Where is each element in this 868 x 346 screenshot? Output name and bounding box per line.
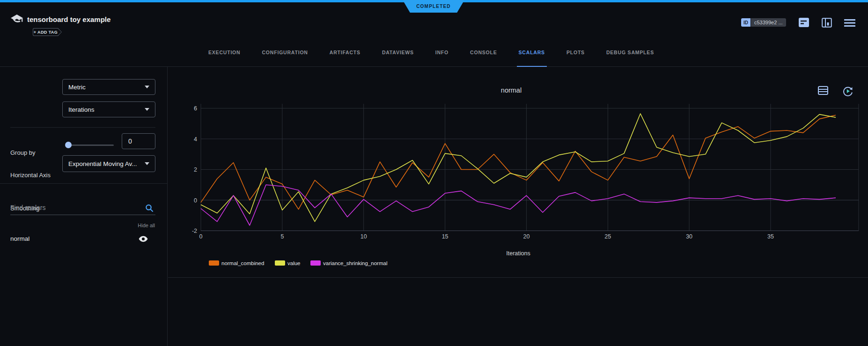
- search-icon[interactable]: [145, 204, 154, 212]
- details-panel-icon[interactable]: [822, 18, 832, 28]
- group-by-value: Metric: [68, 84, 141, 91]
- group-by-dropdown[interactable]: Metric: [62, 79, 155, 95]
- x-tick-label: 25: [604, 233, 611, 240]
- tab-bar-tabs: EXECUTIONCONFIGURATIONARTIFACTSDATAVIEWS…: [208, 37, 654, 67]
- group-by-label: Group by: [10, 149, 35, 156]
- app-logo-icon: [9, 12, 24, 27]
- x-tick-label: 10: [360, 233, 367, 240]
- tab-console[interactable]: CONSOLE: [470, 37, 497, 67]
- chart-title: normal: [501, 86, 522, 94]
- metric-row-normal[interactable]: normal: [0, 233, 168, 246]
- horizontal-axis-value: Iterations: [68, 106, 141, 113]
- page-title: tensorboard toy example: [27, 15, 110, 23]
- scalar-chart[interactable]: -2024605101520253035normalIterationsnorm…: [168, 67, 868, 278]
- legend-label: normal_combined: [221, 260, 264, 266]
- chart-panel: -2024605101520253035normalIterationsnorm…: [168, 67, 868, 278]
- series-line-normal_combined: [201, 115, 836, 209]
- y-tick-label: 2: [194, 166, 197, 173]
- status-badge: COMPLETED: [403, 0, 464, 13]
- tab-execution[interactable]: EXECUTION: [208, 37, 240, 67]
- y-tick-label: 0: [194, 197, 197, 204]
- id-label: ID: [741, 18, 750, 27]
- chevron-down-icon: [145, 162, 149, 165]
- legend-swatch: [310, 260, 321, 266]
- tab-scalars[interactable]: SCALARS: [519, 37, 545, 67]
- x-tick-label: 0: [199, 233, 203, 240]
- smoothing-slider-track[interactable]: [66, 144, 114, 146]
- tab-plots[interactable]: PLOTS: [566, 37, 585, 67]
- experiment-id-chip[interactable]: ID c53399e2 ...: [741, 18, 786, 27]
- tab-bar: EXECUTIONCONFIGURATIONARTIFACTSDATAVIEWS…: [0, 37, 868, 67]
- tab-info[interactable]: INFO: [435, 37, 449, 67]
- legend-swatch: [275, 260, 285, 266]
- legend-label: variance_shrinking_normal: [323, 260, 387, 266]
- horizontal-axis-dropdown[interactable]: Iterations: [62, 101, 155, 117]
- id-value: c53399e2 ...: [751, 18, 786, 27]
- legend-swatch: [209, 260, 219, 266]
- x-tick-label: 30: [686, 233, 692, 240]
- chevron-down-icon: [145, 86, 149, 88]
- comments-icon[interactable]: [798, 17, 809, 28]
- find-scalars-input[interactable]: [10, 201, 141, 214]
- smoothing-type-value: Exponential Moving Av...: [68, 160, 141, 167]
- smoothing-type-dropdown[interactable]: Exponential Moving Av...: [62, 155, 155, 172]
- x-tick-label: 5: [280, 233, 284, 240]
- metric-list: normal: [0, 233, 168, 246]
- legend-item-normal_combined[interactable]: normal_combined: [209, 260, 264, 266]
- menu-icon[interactable]: [844, 19, 855, 27]
- legend-item-value[interactable]: value: [275, 260, 301, 266]
- x-axis-label: Iterations: [506, 250, 530, 257]
- divider: [10, 127, 155, 128]
- scalars-sidebar: Group by Metric Horizontal Axis Iteratio…: [0, 67, 168, 346]
- chevron-down-icon: [145, 108, 149, 111]
- eye-icon[interactable]: [139, 236, 148, 242]
- tab-debug-samples[interactable]: DEBUG SAMPLES: [606, 37, 654, 67]
- add-tag-label: + ADD TAG: [33, 28, 62, 36]
- x-tick-label: 35: [767, 233, 774, 240]
- smoothing-value-input[interactable]: [122, 133, 155, 149]
- tab-artifacts[interactable]: ARTIFACTS: [330, 37, 360, 67]
- legend-label: value: [287, 260, 301, 266]
- tab-configuration[interactable]: CONFIGURATION: [262, 37, 308, 67]
- hide-all-link[interactable]: Hide all: [138, 223, 155, 228]
- legend-item-variance_shrinking_normal[interactable]: variance_shrinking_normal: [310, 260, 387, 266]
- divider: [0, 183, 168, 184]
- tab-dataviews[interactable]: DATAVIEWS: [382, 37, 414, 67]
- find-scalars-field: [10, 201, 155, 215]
- y-tick-label: 6: [194, 105, 197, 112]
- y-tick-label: 4: [194, 136, 197, 143]
- metric-name: normal: [10, 235, 29, 242]
- x-tick-label: 15: [442, 233, 449, 240]
- y-tick-label: -2: [192, 228, 197, 234]
- horizontal-axis-label: Horizontal Axis: [10, 172, 51, 179]
- add-tag-button[interactable]: + ADD TAG: [33, 28, 62, 36]
- smoothing-slider-knob[interactable]: [65, 142, 72, 148]
- x-tick-label: 20: [523, 233, 530, 240]
